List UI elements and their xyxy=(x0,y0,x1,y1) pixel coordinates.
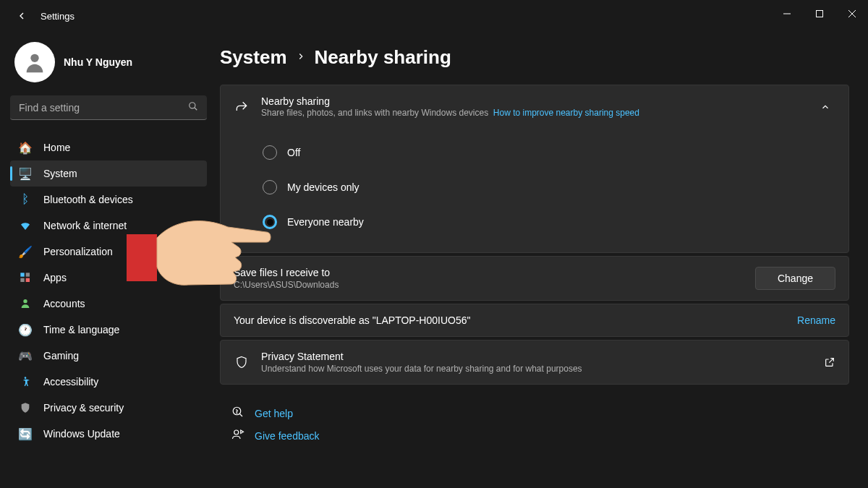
window-controls xyxy=(770,0,868,27)
privacy-row[interactable]: Privacy Statement Understand how Microso… xyxy=(220,340,849,385)
get-help-link[interactable]: Get help xyxy=(255,408,293,419)
clock-icon: 🕐 xyxy=(19,323,32,336)
titlebar: Settings xyxy=(0,0,868,32)
profile-block[interactable]: Nhu Y Nguyen xyxy=(10,42,207,82)
nav-label: System xyxy=(43,168,77,179)
minimize-button[interactable] xyxy=(770,0,803,27)
svg-point-14 xyxy=(237,413,237,414)
discoverable-row: Your device is discoverable as "LAPTOP-H… xyxy=(220,304,849,337)
nav-privacy[interactable]: Privacy & security xyxy=(10,395,207,421)
main-content: System Nearby sharing Nearby sharing Sha… xyxy=(217,32,868,488)
profile-name: Nhu Y Nguyen xyxy=(64,56,132,68)
nav-accounts[interactable]: Accounts xyxy=(10,291,207,317)
nav-list: 🏠 Home 🖥️ System ᛒ Bluetooth & devices N… xyxy=(10,134,207,447)
nav-label: Gaming xyxy=(43,350,79,361)
sidebar: Nhu Y Nguyen 🏠 Home 🖥️ System ᛒ Bluetoot… xyxy=(0,32,217,488)
radio-group: Off My devices only Everyone nearby xyxy=(221,128,848,252)
home-icon: 🏠 xyxy=(19,141,32,154)
row-title: Privacy Statement xyxy=(261,351,812,362)
radio-everyone[interactable]: Everyone nearby xyxy=(263,205,835,239)
row-subtitle: Understand how Microsoft uses your data … xyxy=(261,364,812,374)
feedback-item: Give feedback xyxy=(231,424,838,447)
breadcrumb: System Nearby sharing xyxy=(220,46,849,69)
search-input[interactable] xyxy=(19,102,188,114)
shield-icon xyxy=(19,401,32,414)
search-box[interactable] xyxy=(10,95,207,120)
share-icon xyxy=(234,99,250,115)
improve-speed-link[interactable]: How to improve nearby sharing speed xyxy=(493,108,639,118)
nav-label: Windows Update xyxy=(43,428,120,440)
nav-apps[interactable]: Apps xyxy=(10,265,207,291)
person-icon xyxy=(19,297,32,310)
nav-network[interactable]: Network & internet xyxy=(10,213,207,239)
radio-label: My devices only xyxy=(287,181,359,193)
radio-my-devices[interactable]: My devices only xyxy=(263,170,835,205)
svg-rect-10 xyxy=(26,278,30,282)
nav-label: Network & internet xyxy=(43,220,127,231)
save-files-row: Save files I receive to C:\Users\ASUS\Do… xyxy=(220,256,849,301)
chevron-right-icon xyxy=(296,51,306,64)
svg-point-4 xyxy=(30,54,38,62)
nav-personalization[interactable]: 🖌️ Personalization xyxy=(10,239,207,265)
radio-off[interactable]: Off xyxy=(263,135,835,170)
nav-time[interactable]: 🕐 Time & language xyxy=(10,317,207,343)
nav-update[interactable]: 🔄 Windows Update xyxy=(10,421,207,447)
nav-gaming[interactable]: 🎮 Gaming xyxy=(10,343,207,369)
svg-rect-7 xyxy=(20,273,24,276)
svg-point-5 xyxy=(190,102,195,108)
svg-line-6 xyxy=(195,107,197,110)
apps-icon xyxy=(19,271,32,284)
nav-label: Personalization xyxy=(43,246,113,257)
breadcrumb-current: Nearby sharing xyxy=(315,46,451,69)
bluetooth-icon: ᛒ xyxy=(19,193,32,206)
radio-label: Everyone nearby xyxy=(287,216,364,228)
save-path: C:\Users\ASUS\Downloads xyxy=(234,280,744,290)
radio-indicator xyxy=(263,215,277,229)
close-button[interactable] xyxy=(835,0,868,27)
wifi-icon xyxy=(19,219,32,232)
nav-label: Bluetooth & devices xyxy=(43,194,133,205)
card-header[interactable]: Nearby sharing Share files, photos, and … xyxy=(221,85,848,128)
rename-link[interactable]: Rename xyxy=(797,314,835,326)
window-title: Settings xyxy=(41,11,75,22)
nav-label: Time & language xyxy=(43,324,119,335)
svg-rect-9 xyxy=(20,278,24,282)
update-icon: 🔄 xyxy=(19,427,32,440)
accessibility-icon xyxy=(19,375,32,388)
breadcrumb-parent[interactable]: System xyxy=(220,46,287,69)
nav-bluetooth[interactable]: ᛒ Bluetooth & devices xyxy=(10,187,207,213)
nav-label: Home xyxy=(43,142,70,153)
give-feedback-link[interactable]: Give feedback xyxy=(255,430,320,442)
svg-rect-8 xyxy=(26,273,30,276)
card-title: Nearby sharing xyxy=(261,95,804,107)
nav-label: Accessibility xyxy=(43,376,98,388)
nav-label: Apps xyxy=(43,272,67,283)
search-icon xyxy=(188,101,198,114)
chevron-up-icon xyxy=(815,102,835,112)
card-subtitle: Share files, photos, and links with near… xyxy=(261,108,804,118)
nav-accessibility[interactable]: Accessibility xyxy=(10,369,207,395)
nav-label: Accounts xyxy=(43,298,85,309)
svg-rect-1 xyxy=(816,11,822,17)
nav-system[interactable]: 🖥️ System xyxy=(10,160,207,187)
help-links: Get help Give feedback xyxy=(220,388,849,461)
external-link-icon xyxy=(824,356,835,368)
nav-home[interactable]: 🏠 Home xyxy=(10,134,207,160)
get-help-item: Get help xyxy=(231,402,838,424)
nearby-sharing-card: Nearby sharing Share files, photos, and … xyxy=(220,85,849,253)
feedback-icon xyxy=(231,428,244,443)
svg-point-15 xyxy=(234,430,239,435)
maximize-button[interactable] xyxy=(803,0,835,27)
shield-icon xyxy=(234,354,250,370)
radio-indicator xyxy=(263,145,277,160)
row-title: Save files I receive to xyxy=(234,267,744,278)
back-button[interactable] xyxy=(13,7,30,25)
svg-point-11 xyxy=(23,299,27,303)
help-icon xyxy=(231,406,244,421)
system-icon: 🖥️ xyxy=(19,167,32,180)
avatar xyxy=(14,42,55,82)
brush-icon: 🖌️ xyxy=(19,245,32,258)
change-button[interactable]: Change xyxy=(755,267,835,290)
radio-indicator xyxy=(263,180,277,194)
gamepad-icon: 🎮 xyxy=(19,349,32,362)
